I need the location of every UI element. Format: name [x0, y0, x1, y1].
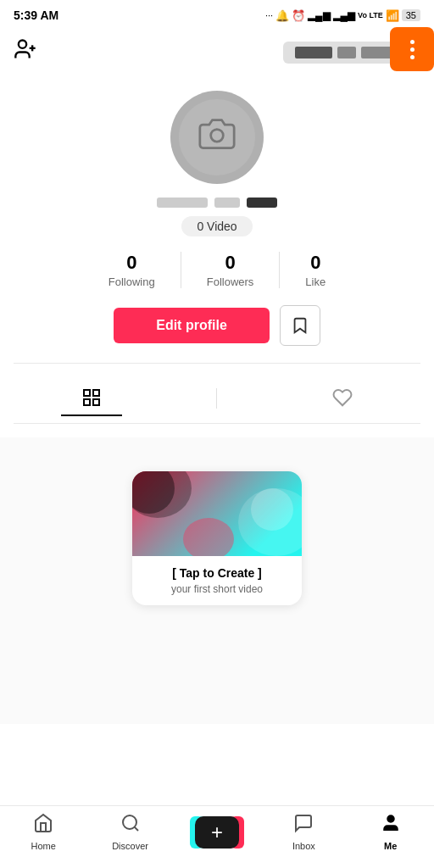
nav-home[interactable]: Home	[18, 813, 69, 851]
status-bar: 5:39 AM ··· 🔔 ⏰ ▂▄▆ ▂▄▆ Vo LTE 📶 35	[0, 0, 434, 31]
avatar-inner	[179, 99, 255, 175]
battery-label: 35	[402, 9, 420, 21]
svg-rect-6	[84, 399, 90, 405]
username-placeholder	[157, 198, 277, 208]
create-card-text: [ Tap to Create ] your first short video	[132, 556, 302, 605]
create-card[interactable]: [ Tap to Create ] your first short video	[132, 471, 302, 605]
alarm-icon: ⏰	[292, 9, 305, 22]
likes-label: Like	[305, 275, 326, 288]
svg-point-0	[19, 41, 26, 48]
followers-count: 0	[225, 252, 235, 274]
bookmark-button[interactable]	[280, 305, 320, 346]
tab-grid[interactable]	[61, 381, 122, 416]
status-time: 5:39 AM	[14, 8, 58, 22]
followers-label: Followers	[207, 275, 254, 288]
create-card-title: [ Tap to Create ]	[146, 566, 288, 580]
username-bar-3	[247, 198, 277, 208]
avatar[interactable]	[170, 91, 264, 184]
discover-icon	[120, 813, 141, 838]
inbox-icon	[293, 813, 314, 838]
mute-icon: 🔔	[275, 9, 289, 22]
svg-point-11	[123, 815, 136, 829]
username-display	[295, 47, 398, 58]
create-graphic-svg	[132, 471, 302, 556]
create-card-subtitle: your first short video	[146, 583, 288, 595]
me-label: Me	[384, 841, 397, 851]
discover-label: Discover	[112, 841, 148, 851]
nav-discover[interactable]: Discover	[105, 813, 156, 851]
stat-following[interactable]: 0 Following	[83, 252, 181, 288]
home-icon	[33, 813, 53, 838]
status-icons: ··· 🔔 ⏰ ▂▄▆ ▂▄▆ Vo LTE 📶 35	[265, 9, 420, 22]
svg-point-3	[211, 129, 224, 142]
plus-icon: +	[211, 821, 223, 844]
lte-label: Vo LTE	[358, 11, 383, 19]
action-buttons: Edit profile	[114, 305, 320, 346]
signal-bars: ▂▄▆	[308, 9, 331, 21]
username-bar-2	[214, 198, 240, 208]
more-dots-icon	[410, 40, 415, 59]
stats-row: 0 Following 0 Followers 0 Like	[14, 252, 420, 288]
following-label: Following	[108, 275, 155, 288]
username-block-1	[295, 47, 332, 58]
svg-point-10	[183, 518, 234, 556]
svg-line-12	[134, 827, 137, 831]
video-count-badge: 0 Video	[181, 216, 252, 236]
tab-divider	[216, 388, 217, 409]
content-tabs	[14, 374, 420, 424]
stat-likes[interactable]: 0 Like	[280, 252, 351, 288]
more-options-button[interactable]	[390, 27, 434, 71]
svg-rect-4	[84, 390, 90, 396]
create-card-graphic	[132, 471, 302, 556]
profile-divider	[14, 363, 420, 364]
likes-count: 0	[310, 252, 320, 274]
svg-rect-7	[93, 399, 99, 405]
username-block-2	[337, 47, 356, 58]
tab-liked[interactable]	[312, 381, 373, 416]
add-user-button[interactable]	[14, 37, 37, 67]
content-area: [ Tap to Create ] your first short video	[0, 437, 434, 724]
edit-profile-button[interactable]: Edit profile	[114, 308, 270, 343]
create-button[interactable]: +	[195, 816, 239, 849]
me-icon	[381, 813, 401, 838]
nav-me[interactable]: Me	[365, 813, 416, 851]
svg-point-8	[132, 471, 192, 518]
nav-create[interactable]: +	[192, 816, 242, 849]
profile-section: 0 Video 0 Following 0 Followers 0 Like E…	[0, 74, 434, 437]
signal-icon: ···	[265, 10, 273, 20]
nav-inbox[interactable]: Inbox	[278, 813, 329, 851]
bottom-nav: Home Discover + Inbox	[0, 805, 434, 868]
signal-bars-2: ▂▄▆	[333, 9, 356, 21]
create-button-inner: +	[195, 816, 239, 849]
svg-point-13	[387, 815, 394, 822]
home-label: Home	[31, 841, 56, 851]
camera-icon	[198, 115, 236, 160]
username-bar-1	[157, 198, 208, 208]
wifi-icon: 📶	[386, 9, 399, 22]
svg-rect-5	[93, 390, 99, 396]
stat-followers[interactable]: 0 Followers	[181, 252, 281, 288]
svg-point-9	[238, 488, 302, 556]
following-count: 0	[126, 252, 136, 274]
header: ▾	[0, 31, 434, 74]
inbox-label: Inbox	[292, 841, 315, 851]
